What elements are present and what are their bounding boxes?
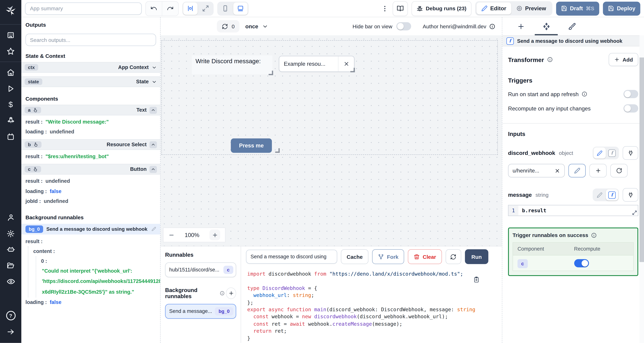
center-layout-button[interactable] — [183, 2, 198, 14]
chevron-up-icon[interactable] — [150, 106, 157, 114]
more-options-kebab-icon[interactable] — [380, 5, 389, 12]
resource-picker-select[interactable]: u/henri/te... — [508, 164, 565, 178]
canvas-zoom-control: 100% — [163, 228, 226, 242]
help-icon[interactable]: ? — [0, 308, 21, 324]
add-background-runnable-button[interactable] — [226, 288, 236, 299]
field1-type: object — [559, 150, 573, 156]
windmill-logo-icon[interactable] — [5, 5, 16, 18]
runs-play-icon[interactable] — [0, 80, 21, 96]
chevron-up-icon[interactable] — [150, 166, 157, 173]
refresh-mode-dropdown[interactable]: once — [245, 23, 268, 29]
reload-button[interactable] — [446, 249, 461, 264]
static-mode-pencil-button[interactable] — [594, 189, 606, 200]
run-button[interactable]: Run — [465, 249, 488, 264]
hide-bar-toggle[interactable] — [396, 22, 411, 30]
zoom-in-button[interactable] — [210, 230, 220, 240]
workers-robot-icon[interactable] — [0, 242, 21, 258]
component-a-header[interactable]: a Text — [21, 105, 160, 116]
tab-styling-brush[interactable] — [559, 17, 584, 35]
mobile-view-button[interactable] — [218, 2, 232, 14]
deploy-button[interactable]: Deploy — [603, 2, 640, 16]
settings-gear-icon[interactable] — [0, 226, 21, 242]
home-icon[interactable] — [0, 64, 21, 80]
search-outputs-input[interactable] — [26, 34, 156, 46]
eval-mode-function-button[interactable]: f — [606, 189, 618, 200]
collapse-sidebar-arrow-icon[interactable] — [0, 324, 21, 340]
fullwidth-layout-button[interactable] — [198, 2, 213, 14]
workspace-icon[interactable] — [0, 27, 21, 43]
debug-runs-label: Debug runs (23) — [426, 5, 466, 12]
app-summary-input[interactable] — [25, 2, 142, 14]
runnable-item-bg0[interactable]: Send a message... bg_0 — [165, 304, 236, 319]
connect-plug-button[interactable] — [623, 146, 638, 160]
tab-preview[interactable]: Preview — [511, 2, 551, 14]
resize-handle[interactable] — [275, 148, 280, 153]
component-c-header[interactable]: c Button — [21, 164, 160, 175]
c-result-value: undefined — [46, 178, 70, 185]
app-grid-frame[interactable]: Write Discord message: Example resou... … — [162, 40, 498, 155]
chevron-up-icon[interactable] — [150, 141, 157, 148]
desktop-view-button[interactable] — [233, 2, 248, 14]
center-column: 0 once Hide bar on view Author henri@win… — [160, 17, 502, 343]
refresh-count-pill[interactable]: 0 — [217, 20, 240, 32]
chevron-down-icon[interactable] — [152, 65, 157, 70]
runnable-path: hub/1511/discord/se... — [169, 267, 219, 273]
run-on-start-toggle[interactable] — [624, 90, 638, 98]
runnable-name-input[interactable] — [246, 250, 337, 264]
app-canvas[interactable]: Write Discord message: Example resou... … — [160, 35, 502, 246]
clear-x-icon[interactable] — [554, 168, 560, 174]
code-editor-area[interactable]: import discordwebhook from "https://deno… — [241, 267, 502, 343]
zoom-out-button[interactable] — [168, 232, 174, 238]
static-mode-pencil-button[interactable] — [594, 148, 606, 158]
resize-handle[interactable] — [269, 71, 273, 75]
undo-button[interactable] — [146, 2, 162, 16]
chevron-down-icon[interactable] — [152, 79, 157, 84]
recompute-c-toggle[interactable] — [574, 259, 589, 267]
recompute-toggle[interactable] — [624, 104, 638, 112]
add-resource-button[interactable] — [590, 164, 607, 178]
message-expression-editor[interactable]: 1 b.result — [508, 205, 638, 216]
docs-button[interactable] — [392, 1, 408, 16]
runnable-item-c[interactable]: hub/1511/discord/se... c — [165, 262, 236, 277]
cache-button[interactable]: Cache — [341, 249, 368, 264]
state-context-title: State & Context — [26, 53, 156, 59]
ctx-row[interactable]: ctx App Context — [21, 62, 160, 73]
favorites-star-icon[interactable] — [0, 43, 21, 59]
text-component-widget[interactable]: Write Discord message: — [192, 56, 272, 74]
tab-editor[interactable]: Editor — [476, 2, 511, 14]
redo-button[interactable] — [162, 2, 178, 16]
info-icon[interactable] — [489, 23, 495, 29]
state-row[interactable]: state State — [21, 76, 160, 87]
copy-clipboard-icon[interactable] — [473, 276, 480, 283]
variables-dollar-icon[interactable]: $ — [0, 96, 21, 112]
add-transformer-button[interactable]: Add — [608, 53, 638, 66]
tab-insert-component[interactable] — [508, 17, 534, 35]
resize-handle[interactable] — [350, 68, 355, 72]
success-table: Component Recompute c — [512, 242, 634, 271]
expand-editor-icon[interactable] — [632, 210, 637, 215]
bg0-runnable-row[interactable]: bg_0 Send a message to discord using web… — [21, 224, 160, 234]
edit-pencil-icon[interactable] — [152, 227, 156, 231]
component-a-type: Text — [136, 107, 146, 113]
component-b-header[interactable]: b Resource Select — [21, 140, 160, 150]
right-panel-scrollbar[interactable] — [640, 35, 644, 343]
save-icon — [561, 5, 567, 12]
refresh-resource-button[interactable] — [610, 164, 628, 178]
clear-button[interactable]: Clear — [408, 249, 442, 264]
scrollbar-thumb[interactable] — [640, 58, 644, 262]
press-me-button-widget[interactable]: Press me — [231, 138, 272, 153]
resources-boxes-icon[interactable] — [0, 112, 21, 128]
schedules-calendar-icon[interactable] — [0, 128, 21, 144]
connect-plug-button[interactable] — [623, 188, 638, 202]
eval-mode-function-button[interactable]: f — [606, 148, 618, 158]
debug-runs-button[interactable]: Debug runs (23) — [412, 1, 471, 16]
resource-select-widget[interactable]: Example resou... — [279, 56, 354, 72]
fork-button[interactable]: Fork — [372, 249, 404, 264]
edit-resource-button[interactable] — [568, 164, 586, 178]
tab-component-settings[interactable] — [534, 17, 559, 35]
users-icon[interactable] — [0, 210, 21, 226]
audit-eye-icon[interactable] — [0, 274, 21, 290]
draft-button[interactable]: Draft ⌘S — [556, 2, 599, 16]
triggers-title: Triggers — [508, 77, 638, 84]
folders-icon[interactable] — [0, 258, 21, 274]
